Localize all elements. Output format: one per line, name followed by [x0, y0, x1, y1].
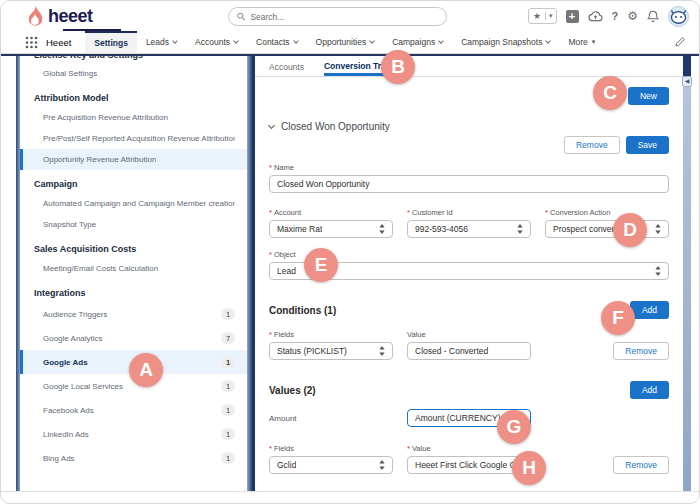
favorites-control[interactable]: ★ ▾: [528, 8, 557, 24]
flame-icon: [23, 4, 45, 28]
chevron-down-icon: [233, 38, 239, 44]
sidebar-item-google-analytics[interactable]: Google Analytics 7: [20, 326, 247, 350]
name-label: *Name: [269, 163, 669, 172]
app-window: heeet ★ ▾ + ? ⚙: [0, 0, 700, 504]
nav-tab-contacts[interactable]: Contacts: [247, 31, 307, 53]
save-trigger-button[interactable]: Save: [626, 136, 669, 154]
value-value-input[interactable]: [415, 460, 523, 470]
nav-tab-settings[interactable]: Settings: [85, 31, 137, 53]
chevron-down-icon: [293, 38, 299, 44]
global-header: heeet ★ ▾ + ? ⚙: [1, 1, 700, 31]
app-launcher-icon[interactable]: [25, 36, 38, 49]
sidebar-item-meeting-email-costs[interactable]: Meeting/Email Costs Calculation: [20, 258, 247, 279]
sidebar-item-bing-ads[interactable]: Bing Ads 1: [20, 446, 247, 470]
name-field[interactable]: [269, 175, 669, 193]
account-select[interactable]: Maxime Rat: [269, 220, 393, 238]
nav-tab-accounts[interactable]: Accounts: [186, 31, 247, 53]
nav-tab-campaign-snapshots[interactable]: Campaign Snapshots: [452, 31, 559, 53]
value-fields-select[interactable]: Gclid: [269, 456, 393, 474]
count-badge: 7: [221, 332, 235, 344]
nav-tab-leads[interactable]: Leads: [137, 31, 186, 53]
sidebar-header-integrations: Integrations: [20, 279, 247, 302]
select-stepper-icon: [379, 460, 385, 470]
select-stepper-icon: [655, 266, 661, 276]
app-navigation-bar: Heeet Settings Leads Accounts Contacts O…: [1, 31, 700, 54]
chevron-down-icon: [438, 38, 444, 44]
value-fields-label: *Fields: [269, 444, 393, 453]
annotation-circle-h: H: [512, 451, 546, 485]
sidebar-item-facebook-ads[interactable]: Facebook Ads 1: [20, 398, 247, 422]
remove-condition-button[interactable]: Remove: [613, 342, 669, 360]
sidebar-item-global-settings[interactable]: Global Settings: [20, 63, 247, 84]
count-badge: 1: [221, 356, 235, 368]
favorites-caret-icon[interactable]: ▾: [545, 12, 556, 20]
favorites-star-icon[interactable]: ★: [529, 11, 545, 21]
trigger-title: Closed Won Opportunity: [281, 121, 390, 132]
caret-down-icon: ▾: [592, 38, 596, 46]
app-name[interactable]: Heeet: [46, 37, 71, 48]
customer-id-label: *Customer Id: [407, 208, 531, 217]
setup-gear-icon[interactable]: ⚙: [627, 9, 638, 23]
global-search[interactable]: [228, 7, 447, 26]
new-button[interactable]: New: [628, 87, 669, 105]
select-stepper-icon: [517, 224, 523, 234]
add-value-button[interactable]: Add: [630, 381, 669, 399]
tab-accounts[interactable]: Accounts: [269, 62, 304, 76]
search-input[interactable]: [250, 12, 438, 22]
scrollbar-button[interactable]: ◀: [682, 76, 692, 87]
guidance-center-icon[interactable]: [588, 11, 603, 22]
heeet-logo: heeet: [23, 4, 93, 28]
annotation-circle-e: E: [304, 248, 338, 282]
sidebar-scrollbar[interactable]: [247, 56, 255, 491]
nav-tab-opportunities[interactable]: Opportunities: [307, 31, 384, 53]
conversion-action-label: *Conversion Action: [545, 208, 669, 217]
nav-tab-more[interactable]: More▾: [559, 31, 604, 53]
edit-pencil-icon[interactable]: [675, 37, 685, 47]
logo-wordmark: heeet: [48, 4, 93, 28]
count-badge: 1: [221, 380, 235, 392]
remove-value-button[interactable]: Remove: [613, 456, 669, 474]
values-heading: Values (2): [269, 385, 316, 396]
annotation-circle-a: A: [129, 353, 163, 387]
condition-fields-select[interactable]: Status (PICKLIST): [269, 342, 393, 360]
header-utilities: ★ ▾ + ? ⚙: [528, 5, 689, 27]
notifications-bell-icon[interactable]: [647, 10, 659, 23]
sidebar-item-pre-post-self[interactable]: Pre/Post/Self Reported Acquisition Reven…: [20, 128, 247, 149]
sidebar-header-sales-acquisition-costs: Sales Acquisition Costs: [20, 235, 247, 258]
sidebar-item-opportunity-revenue[interactable]: Opportunity Revenue Attribution: [20, 149, 247, 170]
main-scrollbar[interactable]: ◀: [683, 56, 691, 491]
clipped-section-header: License Key and Settings: [20, 56, 247, 63]
sidebar-item-automated-campaign[interactable]: Automated Campaign and Campaign Member c…: [20, 193, 247, 214]
chevron-down-icon: [172, 38, 178, 44]
content-area: License Key and Settings Global Settings…: [1, 54, 700, 492]
customer-id-select[interactable]: 992-593-4056: [407, 220, 531, 238]
conversion-action-select[interactable]: Prospect converti: [545, 220, 669, 238]
trigger-section-toggle[interactable]: Closed Won Opportunity: [269, 121, 669, 132]
name-input[interactable]: [277, 179, 661, 189]
user-avatar[interactable]: [668, 6, 689, 27]
scrollbar-thumb[interactable]: [683, 56, 691, 76]
value-value-label: *Value: [407, 444, 531, 453]
count-badge: 1: [221, 428, 235, 440]
settings-sidebar: License Key and Settings Global Settings…: [20, 56, 247, 491]
sidebar-item-snapshot-type[interactable]: Snapshot Type: [20, 214, 247, 235]
count-badge: 1: [221, 308, 235, 320]
condition-value-label: Value: [407, 330, 531, 339]
sidebar-item-pre-acquisition[interactable]: Pre Acquisition Revenue Attribution: [20, 107, 247, 128]
add-condition-button[interactable]: Add: [630, 301, 669, 319]
sidebar-item-audience-triggers[interactable]: Audience Triggers 1: [20, 302, 247, 326]
select-stepper-icon: [379, 224, 385, 234]
remove-trigger-button[interactable]: Remove: [564, 136, 620, 154]
sidebar-header-attribution-model: Attribution Model: [20, 84, 247, 107]
annotation-circle-c: C: [593, 76, 627, 110]
select-stepper-icon: [379, 346, 385, 356]
global-actions-icon[interactable]: +: [566, 10, 579, 23]
help-icon[interactable]: ?: [612, 10, 619, 22]
annotation-circle-b: B: [381, 50, 415, 84]
sidebar-header-campaign: Campaign: [20, 170, 247, 193]
condition-value-field[interactable]: [407, 342, 531, 360]
conditions-heading: Conditions (1): [269, 305, 336, 316]
condition-value-input[interactable]: [415, 346, 523, 356]
chevron-down-icon: [546, 38, 552, 44]
sidebar-item-linkedin-ads[interactable]: LinkedIn Ads 1: [20, 422, 247, 446]
